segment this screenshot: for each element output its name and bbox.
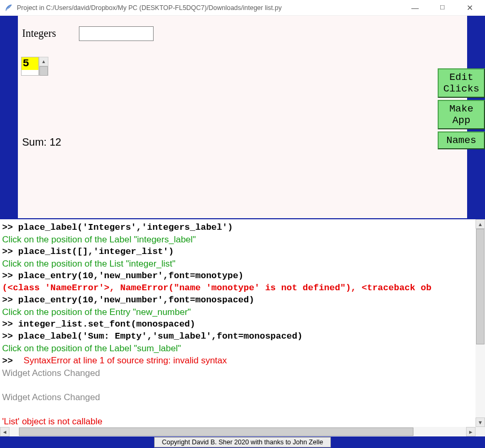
console-hscrollbar[interactable]: ◄ ► [0, 427, 476, 436]
window-title: Project in C:/Users/david/Dropbox/My PC … [17, 4, 407, 12]
console-text[interactable]: >> place_label('Integers','integers_labe… [0, 219, 476, 427]
window-controls: — ☐ ✕ [407, 3, 478, 13]
app-icon [4, 4, 13, 12]
scroll-thumb-h[interactable] [19, 427, 413, 436]
console-line [2, 403, 473, 415]
integer-listbox[interactable]: 5 ▲ ▼ [21, 57, 48, 76]
new-number-entry[interactable] [79, 26, 154, 41]
list-items-container[interactable]: 5 [21, 57, 39, 76]
scroll-left-icon[interactable]: ◄ [0, 427, 9, 436]
scroll-corner [476, 427, 485, 436]
minimize-button[interactable]: — [407, 4, 423, 12]
console-line: Widget Actions Changed [2, 367, 473, 379]
copyright-label: Copyright David B. Sher 2020 with thanks… [154, 437, 331, 447]
console-line: (<class 'NameError'>, NameError("name 'm… [2, 282, 473, 294]
scroll-track-v[interactable] [476, 229, 485, 418]
console-line: 'List' object is not callable [2, 415, 473, 427]
console-line: >> place_label('Sum: Empty','sum_label',… [2, 330, 473, 342]
console-line: Click on the position of the Label "sum_… [2, 342, 473, 354]
scroll-right-icon[interactable]: ► [466, 427, 476, 436]
titlebar: Project in C:/Users/david/Dropbox/My PC … [0, 0, 485, 16]
console: >> place_label('Integers','integers_labe… [0, 218, 485, 436]
make-app-button[interactable]: Make App [438, 100, 485, 129]
edit-clicks-button[interactable]: Edit Clicks [438, 68, 485, 98]
console-line: >> place_entry(10,'new_number',font=mono… [2, 270, 473, 282]
console-line: >> integer_list.set_font(monospaced) [2, 318, 473, 330]
console-line [2, 379, 473, 391]
scroll-track-h[interactable] [9, 427, 466, 436]
scroll-down-icon[interactable]: ▼ [476, 418, 485, 427]
footer: Copyright David B. Sher 2020 with thanks… [0, 436, 485, 448]
names-button[interactable]: Names [438, 131, 485, 149]
console-line: >> place_list([],'integer_list') [2, 246, 473, 258]
console-line: Click on the position of the List "integ… [2, 258, 473, 270]
scroll-up-icon[interactable]: ▲ [476, 219, 485, 229]
app-canvas: Integers 5 ▲ ▼ Sum: 12 Edit Clicks Make … [0, 16, 485, 218]
list-item[interactable]: 5 [22, 57, 38, 70]
close-button[interactable]: ✕ [462, 3, 478, 13]
scroll-up-icon[interactable]: ▲ [39, 57, 48, 66]
sum-label: Sum: 12 [22, 136, 61, 148]
console-line: Click on the position of the Entry "new_… [2, 306, 473, 318]
side-buttons: Edit Clicks Make App Names [438, 68, 485, 151]
console-vscrollbar[interactable]: ▲ ▼ [476, 219, 485, 427]
console-line: >> place_label('Integers','integers_labe… [2, 221, 473, 233]
listbox-scrollbar[interactable]: ▲ ▼ [39, 57, 48, 76]
scroll-thumb-v[interactable] [476, 229, 484, 344]
maximize-button[interactable]: ☐ [435, 4, 450, 11]
console-line: Click on the position of the Label "inte… [2, 233, 473, 246]
console-line: >> SyntaxError at line 1 of source strin… [2, 354, 473, 367]
scroll-thumb[interactable] [39, 66, 48, 76]
console-line: >> place_entry(10,'new_number',font=mono… [2, 294, 473, 306]
console-line: Widget Actions Changed [2, 391, 473, 403]
integers-label: Integers [22, 27, 56, 39]
